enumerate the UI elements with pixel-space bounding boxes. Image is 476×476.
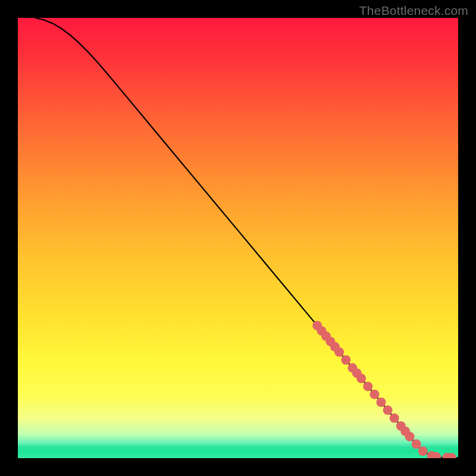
marker-point bbox=[412, 439, 421, 449]
marker-point bbox=[383, 405, 393, 415]
chart-svg bbox=[18, 18, 458, 458]
curve-line bbox=[36, 18, 458, 458]
plot-area bbox=[18, 18, 458, 458]
marker-point bbox=[418, 446, 428, 456]
marker-point bbox=[405, 432, 415, 441]
marker-point bbox=[377, 397, 386, 407]
watermark-text: TheBottleneck.com bbox=[359, 4, 468, 18]
marker-point bbox=[341, 355, 350, 365]
marker-series bbox=[312, 321, 456, 458]
marker-point bbox=[390, 414, 399, 423]
marker-point bbox=[369, 390, 379, 399]
marker-point bbox=[356, 374, 366, 383]
marker-point bbox=[363, 381, 372, 391]
chart-frame: TheBottleneck.com bbox=[0, 0, 476, 476]
marker-point bbox=[334, 347, 344, 357]
